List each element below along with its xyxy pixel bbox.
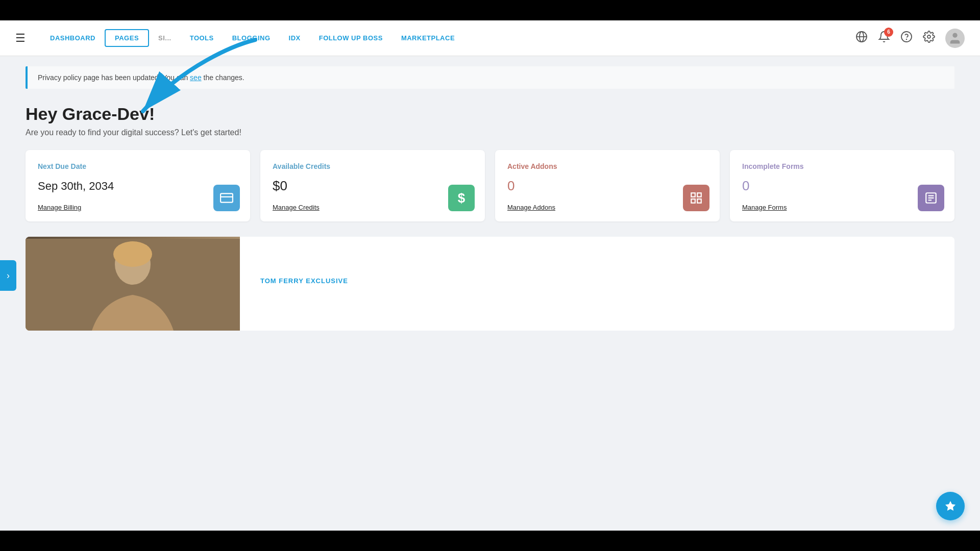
credits-card: Available Credits $0 Manage Credits $ (260, 150, 485, 221)
promo-section: TOM FERRY EXCLUSIVE (26, 237, 954, 331)
promo-person-image (26, 237, 240, 331)
chevron-right-icon: › (7, 270, 10, 281)
nav-pages[interactable]: PAGES (105, 29, 149, 47)
svg-rect-8 (220, 193, 233, 202)
credits-card-icon: $ (448, 185, 475, 211)
main-content: Privacy policy page has been updated. Yo… (0, 56, 980, 531)
banner-link[interactable]: see (190, 73, 202, 82)
notification-banner: Privacy policy page has been updated. Yo… (26, 66, 954, 89)
forms-card: Incomplete Forms 0 Manage Forms (730, 150, 954, 221)
greeting-section: Hey Grace-Dev! Are you ready to find you… (26, 104, 954, 137)
nav-tools[interactable]: TOOLS (181, 22, 223, 54)
globe-icon[interactable] (855, 31, 868, 46)
svg-rect-11 (697, 193, 701, 197)
notification-badge: 6 (884, 28, 893, 37)
notification-icon[interactable]: 6 (878, 31, 890, 46)
credits-manage-link[interactable]: Manage Credits (273, 204, 473, 211)
billing-card-label: Next Due Date (38, 162, 238, 170)
svg-point-6 (952, 33, 957, 37)
svg-rect-12 (691, 199, 695, 203)
svg-point-3 (901, 32, 912, 42)
greeting-title: Hey Grace-Dev! (26, 104, 954, 124)
svg-point-20 (113, 241, 152, 267)
help-icon[interactable] (900, 31, 913, 46)
main-nav: DASHBOARD PAGES SI... TOOLS BLOGGING IDX… (41, 22, 464, 54)
addons-card-icon (683, 185, 709, 211)
svg-marker-21 (945, 501, 955, 511)
header-right: 6 (855, 29, 965, 48)
addons-manage-link[interactable]: Manage Addons (507, 204, 707, 211)
nav-sites[interactable]: SI... (149, 22, 181, 54)
promo-image (26, 237, 240, 331)
forms-card-label: Incomplete Forms (742, 162, 942, 170)
billing-card-value: Sep 30th, 2034 (38, 180, 238, 193)
addons-card-label: Active Addons (507, 162, 707, 170)
sidebar-toggle[interactable]: › (0, 260, 16, 291)
greeting-subtitle: Are you ready to find your digital succe… (26, 128, 954, 137)
promo-brand: TOM FERRY EXCLUSIVE (260, 277, 934, 285)
credits-card-value: $0 (273, 178, 473, 194)
hamburger-icon[interactable]: ☰ (15, 32, 26, 45)
credits-card-label: Available Credits (273, 162, 473, 170)
billing-card: Next Due Date Sep 30th, 2034 Manage Bill… (26, 150, 250, 221)
svg-rect-13 (697, 199, 701, 203)
avatar[interactable] (945, 29, 965, 48)
svg-point-5 (927, 35, 930, 38)
nav-idx[interactable]: IDX (280, 22, 310, 54)
nav-marketplace[interactable]: MARKETPLACE (392, 22, 464, 54)
forms-card-value: 0 (742, 178, 942, 194)
banner-text-before: Privacy policy page has been updated. Yo… (38, 73, 190, 82)
header: ☰ DASHBOARD PAGES SI... TOOLS BLOGGING I… (0, 20, 980, 56)
addons-card-value: 0 (507, 178, 707, 194)
forms-card-icon (918, 185, 944, 211)
fab-button[interactable] (936, 492, 965, 520)
cards-row: Next Due Date Sep 30th, 2034 Manage Bill… (26, 150, 954, 221)
billing-manage-link[interactable]: Manage Billing (38, 204, 238, 211)
forms-manage-link[interactable]: Manage Forms (742, 204, 942, 211)
nav-followup[interactable]: FOLLOW UP BOSS (310, 22, 392, 54)
promo-content: TOM FERRY EXCLUSIVE (240, 237, 954, 331)
billing-card-icon (213, 185, 240, 211)
addons-card: Active Addons 0 Manage Addons (495, 150, 720, 221)
banner-text-after: the changes. (202, 73, 244, 82)
settings-icon[interactable] (923, 31, 935, 46)
nav-blogging[interactable]: BLOGGING (223, 22, 280, 54)
nav-dashboard[interactable]: DASHBOARD (41, 22, 105, 54)
svg-rect-10 (691, 193, 695, 197)
